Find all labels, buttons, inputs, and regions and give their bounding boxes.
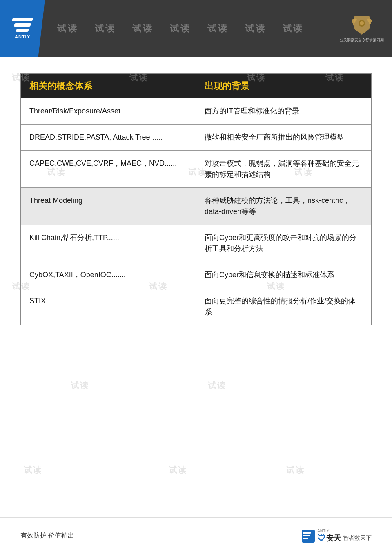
header-watermarks: 试读 试读 试读 试读 试读 试读 试读 bbox=[0, 0, 392, 57]
table-row: Threat/Risk/Exposure/Asset...... 西方的IT管理… bbox=[21, 98, 371, 124]
footer-antiy-label: ANTIY bbox=[317, 529, 372, 533]
header-col2-text: 出现的背景 bbox=[205, 81, 249, 91]
svg-point-3 bbox=[360, 21, 364, 25]
row3-left: Threat Modeling bbox=[21, 188, 196, 225]
table-row: CybOX,TAXII，OpenIOC....... 面向Cyber和信息交换的… bbox=[21, 262, 371, 288]
footer-brand-name: 🛡 bbox=[317, 534, 325, 543]
table-header-col1: 相关的概念体系 bbox=[21, 74, 196, 98]
svg-marker-1 bbox=[354, 29, 370, 35]
svg-rect-6 bbox=[303, 535, 310, 536]
logo-stripe-2 bbox=[14, 23, 31, 27]
row6-right: 面向更完整的综合性的情报分析/作业/交换的体系 bbox=[196, 288, 371, 325]
header-wm-2: 试读 bbox=[87, 22, 124, 35]
footer-brand-sub: 智者数天下 bbox=[343, 534, 372, 542]
logo-stripe-3 bbox=[16, 29, 29, 32]
footer-left-text: 有效防护 价值输出 bbox=[20, 532, 74, 540]
header-wm-1: 试读 bbox=[49, 22, 87, 35]
row3-right: 各种威胁建模的方法论，工具，risk-centric，data-driven等等 bbox=[196, 188, 371, 225]
svg-rect-5 bbox=[303, 532, 311, 534]
row6-left: STIX bbox=[21, 288, 196, 325]
header-wm-5: 试读 bbox=[199, 22, 237, 35]
table-body: Threat/Risk/Exposure/Asset...... 西方的IT管理… bbox=[21, 98, 371, 325]
svg-rect-7 bbox=[303, 538, 308, 539]
table-row: Kill Chain,钻石分析,TTP...... 面向Cyber和更高强度的攻… bbox=[21, 225, 371, 262]
row1-right: 微软和相关安全厂商所推出的风险管理模型 bbox=[196, 125, 371, 150]
header-logo-right: 业关洞察安全令行掌第四期 bbox=[340, 14, 384, 43]
row5-right: 面向Cyber和信息交换的描述和标准体系 bbox=[196, 262, 371, 288]
table-row: Threat Modeling 各种威胁建模的方法论，工具，risk-centr… bbox=[21, 187, 371, 225]
logo-stripe-1 bbox=[12, 18, 33, 21]
table-header: 相关的概念体系 出现的背景 bbox=[21, 74, 371, 98]
logo-text: ANTIY bbox=[15, 34, 30, 39]
footer-brand-wrapper: ANTIY 🛡 安天 智者数天下 bbox=[317, 529, 372, 543]
header: ANTIY 试读 试读 试读 试读 试读 试读 试读 业关洞察安全令行掌第四期 bbox=[0, 0, 392, 57]
row4-left: Kill Chain,钻石分析,TTP...... bbox=[21, 225, 196, 262]
shield-icon bbox=[350, 14, 374, 37]
header-col1-text: 相关的概念体系 bbox=[29, 81, 92, 91]
row0-left: Threat/Risk/Exposure/Asset...... bbox=[21, 98, 196, 124]
row1-left: DREAD,STRIDE,PASTA, Attack Tree...... bbox=[21, 125, 196, 150]
header-wm-6: 试读 bbox=[237, 22, 274, 35]
footer-logo-icon bbox=[301, 529, 316, 543]
row2-right: 对攻击模式，脆弱点，漏洞等各种基础的安全元素的标定和描述结构 bbox=[196, 151, 371, 187]
header-wm-4: 试读 bbox=[162, 22, 199, 35]
data-table: 相关的概念体系 出现的背景 Threat/Risk/Exposure/Asset… bbox=[20, 73, 372, 325]
header-wm-3: 试读 bbox=[124, 22, 162, 35]
logo-stripes bbox=[12, 18, 33, 32]
header-wm-7: 试读 bbox=[274, 22, 312, 35]
table-row: CAPEC,CWE,CVE,CVRF，MAEC，NVD...... 对攻击模式，… bbox=[21, 150, 371, 187]
table-row: DREAD,STRIDE,PASTA, Attack Tree...... 微软… bbox=[21, 124, 371, 150]
footer-right: ANTIY 🛡 安天 智者数天下 bbox=[301, 529, 372, 543]
footer-brand-text: 安天 bbox=[326, 533, 341, 543]
footer-brand-row: 🛡 安天 智者数天下 bbox=[317, 533, 372, 543]
table-row: STIX 面向更完整的综合性的情报分析/作业/交换的体系 bbox=[21, 288, 371, 325]
main-content: 相关的概念体系 出现的背景 Threat/Risk/Exposure/Asset… bbox=[20, 73, 372, 513]
footer-logo: ANTIY 🛡 安天 智者数天下 bbox=[301, 529, 372, 543]
row0-right: 西方的IT管理和标准化的背景 bbox=[196, 98, 371, 124]
logo-box: ANTIY bbox=[0, 0, 45, 57]
row5-left: CybOX,TAXII，OpenIOC....... bbox=[21, 262, 196, 288]
row2-left: CAPEC,CWE,CVE,CVRF，MAEC，NVD...... bbox=[21, 151, 196, 187]
header-right-subtext: 业关洞察安全令行掌第四期 bbox=[340, 38, 384, 43]
row4-right: 面向Cyber和更高强度的攻击和对抗的场景的分析工具和分析方法 bbox=[196, 225, 371, 262]
footer: 有效防护 价值输出 ANTIY 🛡 安天 智者数天下 bbox=[0, 517, 392, 554]
table-header-col2: 出现的背景 bbox=[196, 74, 371, 98]
